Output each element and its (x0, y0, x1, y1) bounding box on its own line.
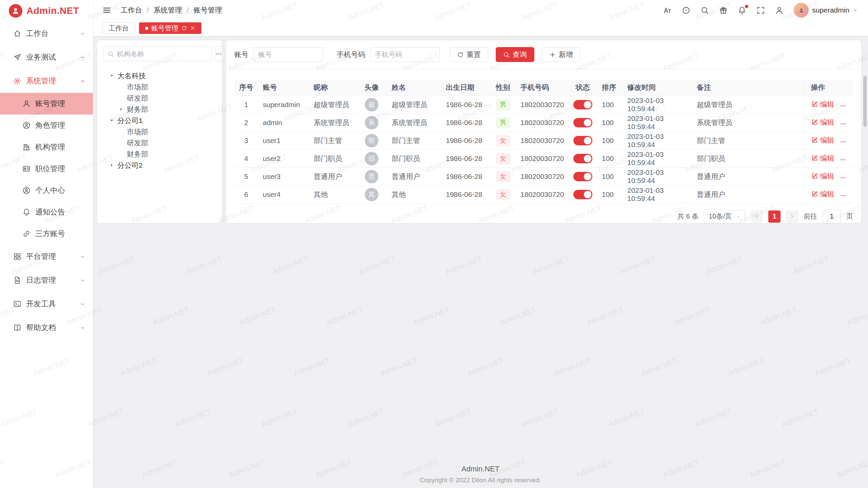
sidebar-item-third-party-account[interactable]: 三方账号 (0, 223, 93, 245)
breadcrumb-item-workbench[interactable]: 工作台 (121, 5, 142, 15)
fullscreen-icon[interactable] (756, 6, 765, 15)
tab-workbench[interactable]: 工作台 (102, 22, 135, 34)
reset-button[interactable]: 重置 (450, 47, 488, 62)
next-page-button[interactable] (786, 210, 798, 223)
status-toggle[interactable] (573, 172, 592, 181)
font-size-icon[interactable] (663, 6, 672, 15)
chevron-down-icon (80, 278, 85, 283)
theme-icon[interactable] (719, 6, 728, 15)
account-input[interactable] (253, 47, 323, 62)
sidebar-item-workbench[interactable]: 工作台 (0, 22, 93, 45)
caret-right-icon[interactable] (108, 163, 115, 167)
tree-more-button[interactable] (215, 46, 222, 61)
avatar[interactable] (794, 3, 809, 18)
row-more-button[interactable] (840, 103, 846, 109)
org-search-input[interactable] (117, 50, 207, 58)
caret-down-icon[interactable] (108, 74, 115, 78)
prev-page-button[interactable] (751, 210, 763, 223)
breadcrumb-item-account[interactable]: 账号管理 (194, 5, 222, 15)
header: 工作台 / 系统管理 / 账号管理 superadmin (93, 0, 868, 20)
plus-icon (549, 52, 556, 58)
sidebar-item-account-management[interactable]: 账号管理 (0, 93, 93, 115)
tab-account-management[interactable]: 账号管理 (139, 22, 201, 34)
tree-node[interactable]: 大名科技 (103, 70, 216, 81)
edit-button[interactable]: 编辑 (811, 171, 834, 181)
row-avatar: 系 (365, 116, 378, 129)
edit-button[interactable]: 编辑 (811, 118, 834, 127)
column-header: 手机号码 (516, 79, 568, 96)
profile-icon (22, 186, 31, 195)
page-size-select[interactable]: 10条/页 (704, 210, 745, 223)
app-logo[interactable]: Admin.NET (0, 0, 93, 22)
tree-node[interactable]: 财务部 (103, 148, 216, 160)
edit-button[interactable]: 编辑 (811, 154, 834, 163)
sidebar-item-business-test[interactable]: 业务测试 (0, 45, 93, 69)
column-header: 操作 (804, 79, 853, 96)
caret-down-icon[interactable] (108, 118, 115, 123)
cell-birthday: 1986-06-28 (441, 149, 490, 167)
status-toggle[interactable] (573, 154, 592, 163)
tree-node[interactable]: 研发部 (103, 93, 216, 104)
add-button[interactable]: 新增 (542, 47, 580, 62)
goto-page-input[interactable] (823, 210, 841, 223)
edit-button[interactable]: 编辑 (811, 136, 834, 145)
profile-icon[interactable] (775, 6, 784, 15)
cell-remark: 超级管理员 (692, 96, 804, 114)
cell-birthday: 1986-06-28 (441, 131, 490, 149)
breadcrumb-item-system[interactable]: 系统管理 (154, 5, 182, 15)
page-1-button[interactable]: 1 (768, 210, 781, 223)
status-toggle[interactable] (573, 136, 592, 145)
sidebar-item-help-docs[interactable]: 帮助文档 (0, 316, 93, 340)
sidebar-item-personal-center[interactable]: 个人中心 (0, 180, 93, 201)
query-form: 账号 手机号码 重置 查询 新增 (234, 47, 853, 62)
phone-input[interactable] (370, 47, 439, 62)
sidebar-item-dev-tools[interactable]: 开发工具 (0, 292, 93, 316)
tree-node[interactable]: 市场部 (103, 126, 216, 137)
sidebar-item-position-management[interactable]: 职位管理 (0, 158, 93, 180)
scrollbar-thumb[interactable] (863, 76, 867, 127)
menu-item-label: 三方账号 (35, 229, 65, 239)
gender-badge: 男 (496, 99, 510, 110)
phone-label: 手机号码 (337, 50, 365, 59)
row-more-button[interactable] (840, 175, 846, 181)
sidebar-item-role-management[interactable]: 角色管理 (0, 115, 93, 136)
menu-item-label: 工作台 (26, 28, 48, 39)
sidebar-item-notice[interactable]: 通知公告 (0, 201, 93, 223)
search-button[interactable]: 查询 (496, 47, 534, 62)
menu-item-label: 日志管理 (26, 275, 56, 285)
tree-node-label: 研发部 (127, 94, 148, 103)
tree-node[interactable]: 市场部 (103, 81, 216, 93)
role-icon (22, 121, 31, 129)
menu-item-label: 通知公告 (35, 207, 65, 217)
tree-node[interactable]: 研发部 (103, 137, 216, 148)
close-icon[interactable] (190, 25, 195, 31)
row-more-button[interactable] (840, 192, 846, 199)
menu-item-label: 帮助文档 (26, 323, 56, 333)
refresh-icon[interactable] (181, 25, 187, 31)
cell-birthday: 1986-06-28 (441, 185, 490, 203)
notification-icon[interactable] (738, 6, 746, 15)
cell-nickname: 部门主管 (309, 131, 356, 149)
sidebar-item-system-management[interactable]: 系统管理 (0, 69, 93, 93)
org-search-box (103, 46, 212, 61)
status-toggle[interactable] (573, 100, 592, 109)
row-more-button[interactable] (840, 157, 846, 163)
tree-node[interactable]: 分公司2 (103, 160, 216, 171)
row-more-button[interactable] (840, 139, 846, 145)
status-toggle[interactable] (573, 118, 592, 127)
language-icon[interactable] (682, 6, 690, 15)
search-icon[interactable] (701, 6, 709, 15)
status-toggle[interactable] (573, 190, 592, 199)
cell-birthday: 1986-06-28 (441, 96, 490, 114)
tree-node[interactable]: 财务部 (103, 104, 216, 115)
user-menu[interactable]: superadmin (794, 3, 858, 18)
menu-toggle-icon[interactable] (102, 6, 111, 15)
edit-button[interactable]: 编辑 (811, 189, 834, 199)
row-more-button[interactable] (840, 121, 846, 127)
sidebar-item-org-management[interactable]: 机构管理 (0, 136, 93, 158)
sidebar-item-platform-management[interactable]: 平台管理 (0, 245, 93, 268)
edit-button[interactable]: 编辑 (811, 100, 834, 109)
caret-right-icon[interactable] (118, 107, 124, 111)
sidebar-item-log-management[interactable]: 日志管理 (0, 268, 93, 292)
tree-node[interactable]: 分公司1 (103, 115, 216, 126)
